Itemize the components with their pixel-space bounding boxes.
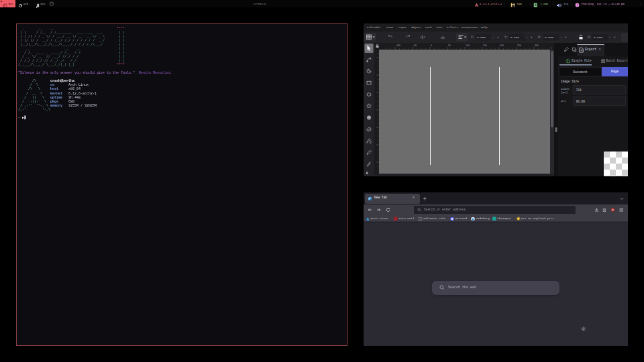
svg-text:0: 0 (431, 44, 432, 47)
svg-text:-50: -50 (413, 44, 417, 47)
svg-text:200: 200 (500, 44, 504, 47)
svg-text:150: 150 (483, 44, 487, 47)
svg-text:300: 300 (535, 44, 539, 47)
svg-text:250: 250 (517, 44, 521, 47)
svg-text:-100: -100 (396, 44, 400, 47)
svg-text:100: 100 (466, 44, 470, 47)
svg-text:50: 50 (448, 44, 451, 47)
